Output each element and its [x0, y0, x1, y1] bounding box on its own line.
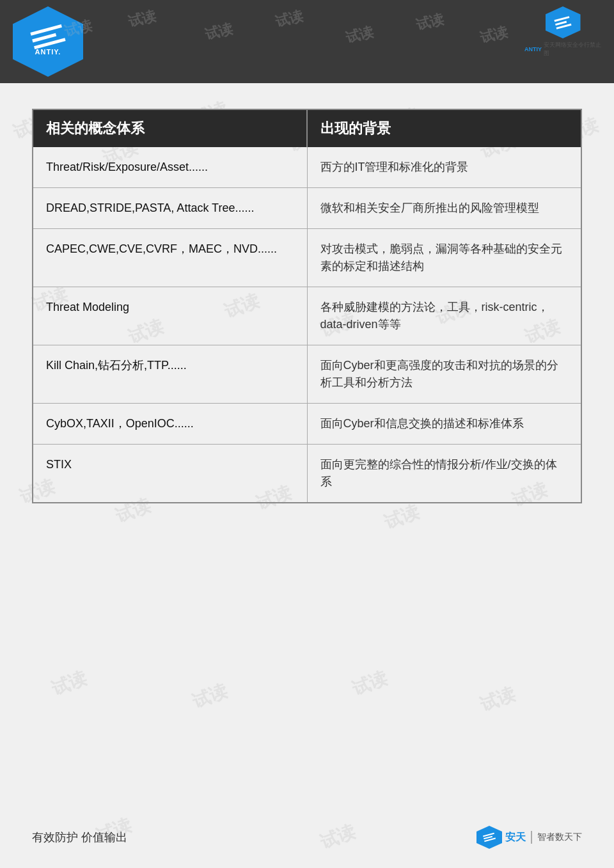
table-cell-right-5: 面向Cyber和信息交换的描述和标准体系 — [308, 404, 581, 444]
brand-line-1 — [554, 16, 569, 22]
table-cell-left-4: Kill Chain,钻石分析,TTP...... — [33, 345, 308, 403]
table-body: Threat/Risk/Exposure/Asset...... 西方的IT管理… — [33, 147, 581, 502]
table-cell-right-4: 面向Cyber和更高强度的攻击和对抗的场景的分析工具和分析方法 — [308, 345, 581, 403]
footer-brand-name: 安天 — [505, 831, 526, 844]
table-cell-left-0: Threat/Risk/Exposure/Asset...... — [33, 147, 308, 187]
brand-logo-inner — [554, 16, 571, 29]
table-row: CybOX,TAXII，OpenIOC...... 面向Cyber和信息交换的描… — [33, 403, 581, 444]
footer: 有效防护 价值输出 安天 智者数天下 — [0, 826, 614, 849]
pwm-22: 试读 — [476, 683, 519, 718]
wm-h6: 试读 — [414, 10, 446, 35]
table-cell-left-5: CybOX,TAXII，OpenIOC...... — [33, 404, 308, 444]
brand-text-row: ANTIY 安天网络安全令行禁止图 — [524, 41, 601, 58]
main-content: 相关的概念体系 出现的背景 Threat/Risk/Exposure/Asset… — [0, 83, 614, 516]
table-row: CAPEC,CWE,CVE,CVRF，MAEC，NVD...... 对攻击模式，… — [33, 228, 581, 287]
wm-h3: 试读 — [203, 19, 235, 45]
footer-slogan: 有效防护 价值输出 — [32, 830, 127, 845]
table-header-col1: 相关的概念体系 — [33, 110, 308, 147]
footer-logo-lines — [483, 833, 496, 842]
logo-text: ANTIY. — [35, 48, 61, 56]
pwm-19: 试读 — [48, 667, 90, 702]
table-cell-right-0: 西方的IT管理和标准化的背景 — [308, 147, 581, 187]
pwm-21: 试读 — [349, 667, 391, 702]
wm-h7: 试读 — [478, 22, 510, 48]
table-row: Kill Chain,钻石分析,TTP...... 面向Cyber和更高强度的攻… — [33, 345, 581, 403]
header: ANTIY. 试读 试读 试读 试读 试读 试读 试读 ANTIY 安天网络安全… — [0, 0, 614, 83]
brand-logo-shape — [546, 6, 581, 38]
wm-h2: 试读 — [126, 6, 158, 32]
table-header-col2: 出现的背景 — [308, 110, 581, 147]
table-cell-right-2: 对攻击模式，脆弱点，漏洞等各种基础的安全元素的标定和描述结构 — [308, 229, 581, 287]
table-row: Threat/Risk/Exposure/Asset...... 西方的IT管理… — [33, 147, 581, 187]
table-cell-left-2: CAPEC,CWE,CVE,CVRF，MAEC，NVD...... — [33, 229, 308, 287]
header-brand: ANTIY 安天网络安全令行禁止图 — [524, 6, 601, 58]
table-cell-left-3: Threat Modeling — [33, 287, 308, 345]
table-cell-right-6: 面向更完整的综合性的情报分析/作业/交换的体系 — [308, 445, 581, 502]
table-header-row: 相关的概念体系 出现的背景 — [33, 110, 581, 147]
footer-brand: 安天 智者数天下 — [476, 826, 582, 849]
footer-divider — [531, 831, 532, 844]
header-logo: ANTIY. — [13, 6, 83, 77]
table-row: Threat Modeling 各种威胁建模的方法论，工具，risk-centr… — [33, 287, 581, 345]
footer-brand-sub: 智者数天下 — [537, 832, 582, 843]
table-cell-left-6: STIX — [33, 445, 308, 502]
header-watermarks: 试读 试读 试读 试读 试读 试读 试读 — [0, 0, 614, 83]
table-cell-right-1: 微软和相关安全厂商所推出的风险管理模型 — [308, 188, 581, 228]
table-row: STIX 面向更完整的综合性的情报分析/作业/交换的体系 — [33, 444, 581, 502]
table-cell-left-1: DREAD,STRIDE,PASTA, Attack Tree...... — [33, 188, 308, 228]
wm-h4: 试读 — [273, 6, 305, 32]
logo-lines — [30, 24, 65, 49]
logo-line-1 — [30, 24, 62, 35]
pwm-20: 试读 — [189, 679, 231, 714]
brand-subtitle: 安天网络安全令行禁止图 — [544, 41, 601, 58]
brand-antiy: ANTIY — [524, 46, 542, 52]
wm-h5: 试读 — [343, 22, 375, 48]
table-cell-right-3: 各种威胁建模的方法论，工具，risk-centric，data-driven等等 — [308, 287, 581, 345]
footer-logo-shape — [476, 826, 502, 849]
table-row: DREAD,STRIDE,PASTA, Attack Tree...... 微软… — [33, 187, 581, 228]
data-table: 相关的概念体系 出现的背景 Threat/Risk/Exposure/Asset… — [32, 109, 582, 503]
